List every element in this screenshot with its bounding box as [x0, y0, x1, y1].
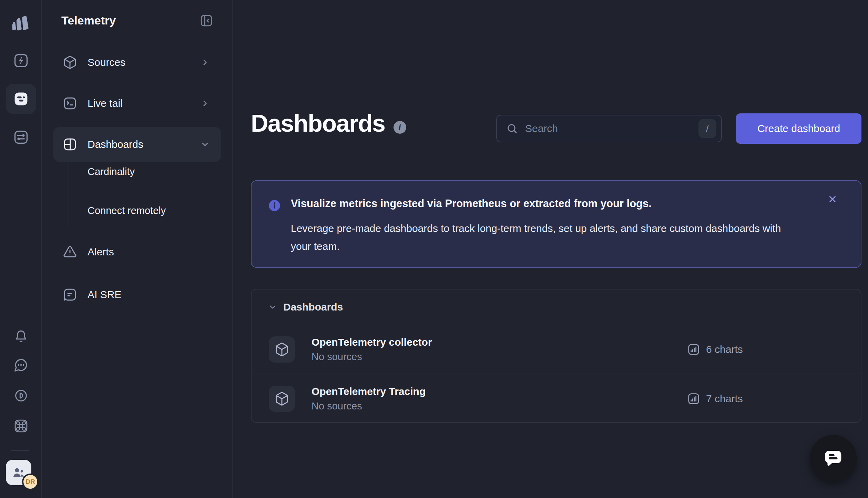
- mezmo-logo-icon[interactable]: [9, 14, 29, 34]
- info-icon: [268, 199, 281, 212]
- dashboard-charts: 7 charts: [687, 392, 844, 406]
- section-header-label: Dashboards: [283, 301, 343, 313]
- search-box: /: [496, 115, 722, 142]
- chevron-down-icon: [268, 303, 277, 312]
- sidebar-item-label: Dashboards: [88, 139, 200, 150]
- feedback-bubble-icon: [14, 358, 28, 372]
- sidebar-item-label: AI SRE: [88, 289, 210, 301]
- dashboard-title: OpenTelemetry collector: [312, 336, 687, 348]
- sidebar-item-label: Live tail: [88, 98, 200, 109]
- feedback-button[interactable]: [0, 357, 42, 373]
- page-title-row: Dashboards i: [251, 110, 406, 137]
- message-square-icon: [63, 287, 77, 302]
- dashboard-charts: 6 charts: [687, 343, 844, 356]
- telemetry-logs-icon: [13, 91, 29, 107]
- dashboard-grid-icon: [63, 137, 77, 152]
- alert-triangle-icon: [63, 245, 77, 259]
- cube-icon: [274, 342, 289, 357]
- chevron-right-icon: [200, 99, 210, 108]
- dashboards-section-header[interactable]: Dashboards: [252, 289, 861, 325]
- rail-item-pipelines[interactable]: [0, 129, 42, 145]
- dashboards-card: Dashboards OpenTelemetry collector No so…: [251, 289, 861, 423]
- search-shortcut-key: /: [698, 119, 716, 138]
- chevron-down-icon: [200, 140, 210, 149]
- sidebar-item-cardinality[interactable]: Cardinality: [88, 155, 218, 188]
- sidebar-item-alerts[interactable]: Alerts: [53, 234, 221, 270]
- divider: [11, 450, 29, 451]
- sidebar-item-label: Alerts: [88, 246, 210, 258]
- cube-icon: [63, 55, 77, 70]
- chat-bubble-icon: [822, 447, 845, 470]
- nav-tree-line: [69, 163, 69, 227]
- chat-fab-button[interactable]: [810, 435, 857, 482]
- sidebar-subitem-label: Connect remotely: [88, 205, 166, 216]
- banner-close-button[interactable]: [825, 192, 840, 207]
- banner-title: Visualize metrics ingested via Prometheu…: [291, 197, 652, 210]
- sidebar-item-ai-sre[interactable]: AI SRE: [53, 277, 221, 312]
- dashboard-row-text: OpenTelemetry collector No sources: [312, 336, 687, 363]
- dashboard-subtitle: No sources: [312, 351, 687, 363]
- dashboard-row[interactable]: OpenTelemetry Tracing No sources 7 chart…: [252, 374, 861, 423]
- notifications-button[interactable]: [0, 328, 42, 344]
- rail-item-flash[interactable]: [0, 52, 42, 69]
- sidebar: Telemetry Sources: [42, 0, 233, 498]
- sidebar-item-connect-remotely[interactable]: Connect remotely: [88, 194, 218, 227]
- sidebar-item-live-tail[interactable]: Live tail: [53, 86, 221, 121]
- rail-item-telemetry[interactable]: [6, 84, 36, 114]
- search-icon: [506, 122, 518, 135]
- bar-chart-icon: [687, 392, 701, 406]
- info-icon[interactable]: i: [394, 121, 406, 134]
- lightning-icon: [13, 53, 29, 69]
- dashboard-title: OpenTelemetry Tracing: [312, 386, 687, 397]
- sidebar-subitem-label: Cardinality: [88, 166, 135, 177]
- charts-count: 7 charts: [706, 393, 743, 405]
- collapse-sidebar-button[interactable]: [199, 13, 214, 28]
- chevron-right-icon: [200, 58, 210, 67]
- command-icon: [13, 418, 29, 434]
- banner-body: Leverage pre-made dashboards to track lo…: [291, 220, 787, 255]
- info-banner: Visualize metrics ingested via Prometheu…: [251, 180, 861, 268]
- command-menu-button[interactable]: [0, 418, 42, 434]
- cube-icon: [274, 391, 289, 406]
- pipeline-sliders-icon: [13, 129, 29, 145]
- close-icon: [827, 194, 838, 204]
- dashboard-icon-box: [269, 386, 295, 412]
- contrast-icon: [14, 389, 28, 403]
- terminal-icon: [63, 96, 77, 111]
- app-window: DR Telemetry Sources: [0, 0, 868, 498]
- theme-contrast-button[interactable]: [0, 387, 42, 404]
- dashboard-icon-box: [269, 336, 295, 363]
- charts-count: 6 charts: [706, 344, 743, 355]
- info-glyph: i: [399, 123, 401, 131]
- bar-chart-icon: [687, 343, 701, 356]
- user-initials-badge: DR: [22, 474, 39, 490]
- dashboard-subtitle: No sources: [312, 400, 687, 412]
- sidebar-item-label: Sources: [88, 57, 200, 68]
- panel-left-close-icon: [200, 14, 213, 28]
- user-initials: DR: [25, 478, 35, 486]
- dashboard-row-text: OpenTelemetry Tracing No sources: [312, 386, 687, 412]
- sidebar-title: Telemetry: [61, 14, 116, 27]
- icon-rail: DR: [0, 0, 42, 498]
- bell-icon: [14, 329, 28, 343]
- sidebar-item-sources[interactable]: Sources: [53, 45, 221, 80]
- create-dashboard-button[interactable]: Create dashboard: [736, 113, 861, 144]
- dashboard-row[interactable]: OpenTelemetry collector No sources 6 cha…: [252, 325, 861, 374]
- search-input[interactable]: [524, 122, 698, 135]
- page-title: Dashboards: [251, 110, 385, 137]
